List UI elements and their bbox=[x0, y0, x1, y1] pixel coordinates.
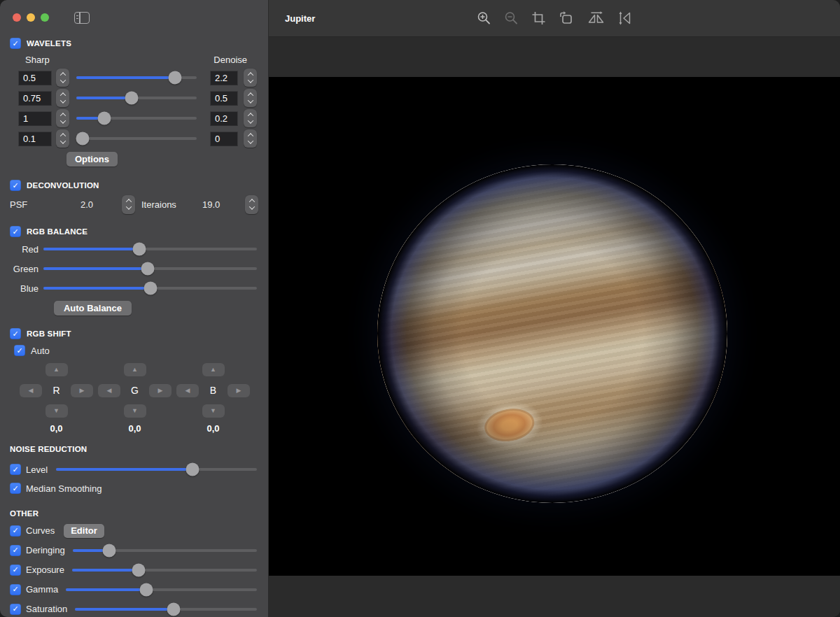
red-balance-slider[interactable] bbox=[43, 248, 257, 250]
shift-down-button[interactable]: ▼ bbox=[124, 404, 146, 418]
deringing-slider[interactable] bbox=[73, 549, 257, 552]
shift-down-button[interactable]: ▼ bbox=[46, 404, 68, 418]
image-canvas[interactable] bbox=[269, 77, 840, 576]
shift-left-button[interactable]: ◀ bbox=[20, 384, 42, 397]
wavelet-row bbox=[18, 90, 268, 106]
green-balance-slider[interactable] bbox=[43, 267, 257, 270]
gamma-label: Gamma bbox=[26, 584, 58, 595]
auto-balance-button[interactable]: Auto Balance bbox=[54, 301, 132, 315]
shift-up-button[interactable]: ▲ bbox=[202, 363, 225, 376]
sharp-value-field[interactable] bbox=[18, 111, 52, 126]
close-button[interactable] bbox=[13, 13, 21, 22]
exposure-slider[interactable] bbox=[72, 569, 257, 572]
wavelets-title: WAVELETS bbox=[27, 39, 71, 48]
deringing-checkbox[interactable] bbox=[10, 545, 21, 556]
zoom-in-icon[interactable] bbox=[477, 10, 492, 26]
image-viewport[interactable] bbox=[269, 37, 840, 617]
wavelets-checkbox[interactable] bbox=[10, 38, 21, 49]
rotate-icon[interactable] bbox=[559, 10, 575, 26]
stepper-icon[interactable] bbox=[244, 109, 257, 127]
document-title: Jupiter bbox=[285, 13, 315, 24]
curves-row: Curves Editor bbox=[10, 523, 268, 538]
sharp-value-field[interactable] bbox=[18, 71, 52, 85]
median-smoothing-checkbox[interactable] bbox=[10, 483, 21, 494]
level-label: Level bbox=[26, 464, 48, 475]
shift-left-button[interactable]: ◀ bbox=[98, 384, 120, 397]
red-label: Red bbox=[10, 244, 38, 255]
stepper-icon[interactable] bbox=[245, 195, 258, 214]
shift-right-button[interactable]: ▶ bbox=[71, 384, 93, 397]
deconvolution-checkbox[interactable] bbox=[10, 180, 21, 191]
saturation-checkbox[interactable] bbox=[10, 604, 21, 615]
stepper-icon[interactable] bbox=[244, 129, 257, 148]
curves-editor-button[interactable]: Editor bbox=[64, 524, 104, 538]
sharp-value-field[interactable] bbox=[18, 91, 52, 106]
saturation-slider[interactable] bbox=[75, 608, 257, 611]
shift-up-button[interactable]: ▲ bbox=[46, 363, 68, 376]
crop-icon[interactable] bbox=[531, 10, 547, 26]
shift-right-button[interactable]: ▶ bbox=[149, 384, 172, 397]
shift-left-button[interactable]: ◀ bbox=[176, 384, 199, 397]
stepper-icon[interactable] bbox=[244, 69, 257, 87]
flip-horizontal-icon[interactable] bbox=[587, 10, 606, 26]
sidebar: WAVELETS Sharp Denoise bbox=[0, 0, 269, 617]
sidebar-toggle-icon[interactable] bbox=[74, 12, 90, 24]
gamma-row: Gamma bbox=[10, 582, 257, 597]
stepper-icon[interactable] bbox=[56, 69, 69, 87]
minimize-button[interactable] bbox=[27, 13, 35, 22]
rgb-shift-auto-row: Auto bbox=[14, 345, 268, 356]
denoise-value-field[interactable] bbox=[210, 111, 238, 126]
sharp-column-label: Sharp bbox=[25, 55, 50, 65]
wavelet-slider[interactable] bbox=[76, 76, 197, 79]
blue-balance-slider[interactable] bbox=[43, 287, 257, 290]
green-balance-row: Green bbox=[10, 261, 257, 276]
stepper-icon[interactable] bbox=[122, 195, 135, 214]
wavelet-slider[interactable] bbox=[76, 97, 197, 99]
flip-vertical-icon[interactable] bbox=[617, 10, 633, 27]
saturation-label: Saturation bbox=[26, 604, 67, 614]
jupiter-image bbox=[377, 164, 727, 503]
auto-checkbox[interactable] bbox=[14, 345, 25, 356]
green-label: Green bbox=[10, 264, 38, 274]
blue-balance-row: Blue bbox=[10, 281, 257, 296]
channel-letter: B bbox=[210, 385, 216, 396]
red-balance-row: Red bbox=[10, 241, 257, 257]
level-checkbox[interactable] bbox=[10, 464, 21, 475]
level-slider[interactable] bbox=[56, 468, 257, 471]
wavelet-row bbox=[18, 131, 268, 146]
shift-up-button[interactable]: ▲ bbox=[124, 363, 146, 376]
noise-reduction-title: NOISE REDUCTION bbox=[0, 445, 268, 453]
stepper-icon[interactable] bbox=[56, 109, 69, 127]
stepper-icon[interactable] bbox=[56, 129, 69, 148]
stepper-icon[interactable] bbox=[56, 89, 69, 107]
jupiter-limb-darkening bbox=[377, 164, 727, 503]
deconvolution-title: DECONVOLUTION bbox=[27, 181, 99, 190]
sharp-value-field[interactable] bbox=[18, 132, 52, 146]
rgb-balance-section-header: RGB BALANCE bbox=[0, 226, 268, 237]
exposure-checkbox[interactable] bbox=[10, 565, 21, 576]
exposure-row: Exposure bbox=[10, 562, 257, 577]
psf-value: 2.0 bbox=[80, 199, 108, 210]
shift-down-button[interactable]: ▼ bbox=[202, 404, 225, 418]
fullscreen-button[interactable] bbox=[41, 13, 49, 22]
rgb-balance-checkbox[interactable] bbox=[10, 226, 21, 237]
options-button[interactable]: Options bbox=[66, 152, 118, 166]
rgb-shift-checkbox[interactable] bbox=[10, 328, 21, 339]
gamma-checkbox[interactable] bbox=[10, 584, 21, 595]
zoom-out-icon[interactable] bbox=[504, 10, 519, 26]
channel-letter: G bbox=[131, 385, 139, 396]
gamma-slider[interactable] bbox=[66, 588, 257, 591]
wavelet-slider[interactable] bbox=[76, 137, 197, 140]
wavelet-slider[interactable] bbox=[76, 117, 197, 120]
deconvolution-controls: PSF 2.0 Iteraions 19.0 bbox=[10, 194, 258, 214]
curves-checkbox[interactable] bbox=[10, 525, 21, 537]
rgb-shift-title: RGB SHIFT bbox=[27, 329, 71, 338]
deringing-row: Deringing bbox=[10, 543, 257, 558]
shift-right-button[interactable]: ▶ bbox=[227, 384, 250, 397]
stepper-icon[interactable] bbox=[244, 89, 257, 107]
red-shift-pad: ▲ ◀ R ▶ ▼ 0,0 bbox=[20, 363, 93, 434]
denoise-value-field[interactable] bbox=[210, 91, 238, 106]
window-controls bbox=[0, 0, 268, 22]
denoise-value-field[interactable] bbox=[210, 132, 238, 146]
denoise-value-field[interactable] bbox=[210, 71, 238, 85]
